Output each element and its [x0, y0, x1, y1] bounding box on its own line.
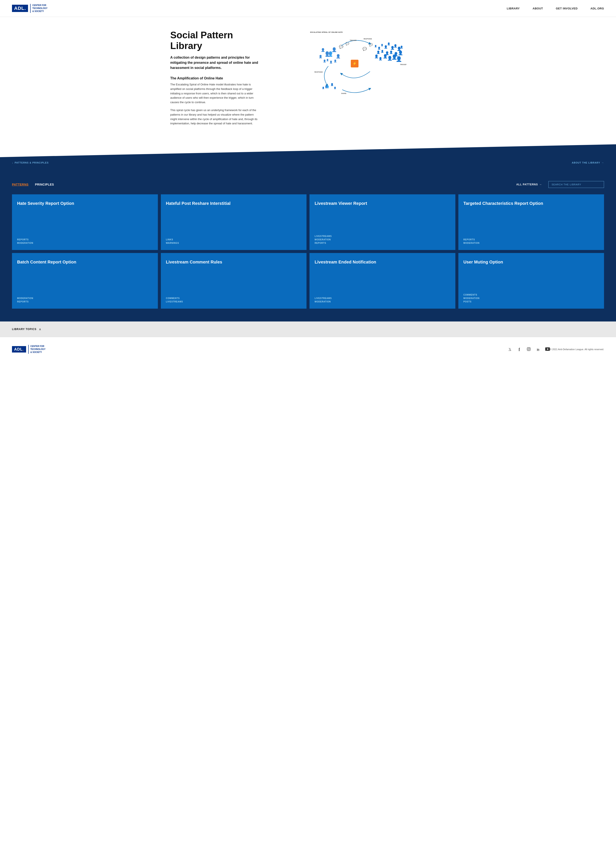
- hero-para1: The Escalating Spiral of Online Hate mod…: [170, 82, 260, 105]
- card-title: Livestream Viewer Report: [315, 201, 450, 228]
- svg-text:👤: 👤: [331, 47, 337, 52]
- library-topics-label: LIBRARY TOPICS: [12, 328, 37, 331]
- card-targeted-characteristics[interactable]: Targeted Characteristics Report Option R…: [458, 194, 604, 250]
- svg-text:RESPONSE: RESPONSE: [314, 71, 323, 73]
- card-hateful-reshare[interactable]: Hateful Post Reshare Interstitial LINKS …: [161, 194, 307, 250]
- card-tags: COMMENTS MODERATION POSTS: [463, 293, 599, 304]
- card-livestream-comment[interactable]: Livestream Comment Rules COMMENTS LIVEST…: [161, 253, 307, 309]
- hero-para2: This spiral cycle has given us an underl…: [170, 108, 260, 126]
- adl-logo-text: ADL.: [14, 6, 26, 11]
- card-title: User Muting Option: [463, 259, 599, 287]
- card-tag: REPORTS: [17, 238, 153, 241]
- svg-rect-47: [527, 347, 530, 351]
- svg-text:👤: 👤: [387, 42, 390, 46]
- card-batch-content[interactable]: Batch Content Report Option MODERATION R…: [12, 253, 158, 309]
- nav-adlorg[interactable]: ADL.ORG: [591, 7, 604, 10]
- tab-patterns[interactable]: PATTERNS: [12, 181, 28, 188]
- youtube-icon: [545, 347, 550, 351]
- patterns-header: PATTERNS PRINCIPLES ALL PATTERNS →: [12, 181, 604, 188]
- nav-links: LIBRARY ABOUT GET INVOLVED ADL.ORG: [507, 6, 604, 10]
- svg-text:👤: 👤: [326, 59, 329, 62]
- hero-subtitle: A collection of design patterns and prin…: [170, 55, 260, 71]
- card-title: Batch Content Report Option: [17, 259, 153, 290]
- card-title: Livestream Ended Notification: [315, 259, 450, 290]
- adl-logo-box: ADL.: [12, 5, 28, 12]
- right-arrow-icon: →: [601, 162, 604, 164]
- svg-text:👤: 👤: [377, 50, 380, 54]
- svg-text:👤: 👤: [336, 54, 341, 59]
- facebook-icon: f: [519, 347, 520, 352]
- card-tag: MODERATION: [315, 238, 450, 241]
- dark-section-wrapper: ↓ PATTERNS & PRINCIPLES ABOUT THE LIBRAR…: [0, 144, 616, 175]
- card-tag: REPORTS: [315, 241, 450, 245]
- cards-grid: Hate Severity Report Option REPORTS MODE…: [12, 194, 604, 309]
- card-tag: POSTS: [463, 300, 599, 304]
- svg-text:👤: 👤: [400, 46, 403, 48]
- card-tags: LIVESTREAMS MODERATION: [315, 297, 450, 304]
- logo-subtitle: CENTER FOR TECHNOLOGY & SOCIETY: [30, 4, 47, 13]
- card-hate-severity[interactable]: Hate Severity Report Option REPORTS MODE…: [12, 194, 158, 250]
- svg-text:👤: 👤: [322, 87, 325, 89]
- card-tag: LIVESTREAMS: [166, 300, 302, 304]
- instagram-link[interactable]: [527, 347, 531, 352]
- svg-text:👤: 👤: [384, 45, 388, 49]
- card-title: Targeted Characteristics Report Option: [463, 201, 599, 232]
- patterns-principles-link[interactable]: ↓ PATTERNS & PRINCIPLES: [12, 162, 48, 164]
- svg-text:TRIGGER: TRIGGER: [350, 40, 356, 41]
- card-tag: REPORTS: [463, 238, 599, 241]
- card-tags: LIVESTREAMS MODERATION REPORTS: [315, 235, 450, 245]
- svg-text:👤: 👤: [329, 60, 333, 63]
- hero-text: Social Pattern Library A collection of d…: [170, 30, 260, 129]
- svg-text:👤: 👤: [377, 46, 381, 50]
- svg-text:👤: 👤: [396, 56, 402, 62]
- card-tag: COMMENTS: [463, 293, 599, 297]
- hero-section-title: The Amplification of Online Hate: [170, 76, 260, 80]
- spiral-diagram: ESCALATING SPIRAL OF ONLINE HATE 👥 👤 👤 👤…: [308, 30, 406, 103]
- youtube-link[interactable]: [545, 347, 550, 352]
- hero-title: Social Pattern Library: [170, 30, 260, 51]
- svg-text:👤: 👤: [334, 59, 337, 63]
- tab-principles[interactable]: PRINCIPLES: [35, 181, 54, 188]
- svg-text:💬: 💬: [362, 47, 367, 51]
- card-title: Hate Severity Report Option: [17, 201, 153, 232]
- card-user-muting[interactable]: User Muting Option COMMENTS MODERATION P…: [458, 253, 604, 309]
- card-tags: REPORTS MODERATION: [463, 238, 599, 245]
- footer-copyright: © 2021 Anti-Defamation League. All right…: [550, 348, 604, 351]
- card-title: Hateful Post Reshare Interstitial: [166, 201, 302, 232]
- logo[interactable]: ADL. CENTER FOR TECHNOLOGY & SOCIETY: [12, 4, 47, 13]
- svg-text:👤: 👤: [374, 54, 378, 59]
- nav-about[interactable]: ABOUT: [532, 7, 543, 10]
- svg-text:👤: 👤: [334, 87, 336, 89]
- linkedin-link[interactable]: in: [536, 347, 541, 352]
- patterns-section: PATTERNS PRINCIPLES ALL PATTERNS → Hate …: [0, 175, 616, 322]
- card-livestream-ended[interactable]: Livestream Ended Notification LIVESTREAM…: [309, 253, 455, 309]
- svg-text:👤: 👤: [323, 59, 326, 63]
- nav-get-involved[interactable]: GET INVOLVED: [556, 7, 578, 10]
- all-patterns-link[interactable]: ALL PATTERNS →: [516, 183, 542, 186]
- svg-point-49: [529, 348, 530, 348]
- svg-text:👤: 👤: [389, 50, 393, 54]
- card-tag: MODERATION: [463, 241, 599, 245]
- footer-social: 𝕏 f in: [507, 347, 550, 352]
- svg-text:👤: 👤: [330, 83, 334, 86]
- search-input[interactable]: [549, 181, 604, 188]
- svg-text:⚡: ⚡: [352, 62, 357, 66]
- svg-text:👤: 👤: [381, 44, 383, 46]
- footer-logo[interactable]: ADL. CENTER FOR TECHNOLOGY & SOCIETY: [12, 345, 45, 354]
- card-tag: LIVESTREAMS: [315, 297, 450, 300]
- facebook-link[interactable]: f: [517, 347, 522, 352]
- instagram-icon: [527, 347, 531, 352]
- card-tags: MODERATION REPORTS: [17, 297, 153, 304]
- card-livestream-viewer[interactable]: Livestream Viewer Report LIVESTREAMS MOD…: [309, 194, 455, 250]
- svg-text:SHARE: SHARE: [341, 93, 346, 94]
- linkedin-icon: in: [537, 348, 540, 351]
- library-topics-bar[interactable]: LIBRARY TOPICS ∧: [0, 322, 616, 337]
- svg-text:👥: 👥: [325, 85, 329, 88]
- card-tag: MODERATION: [463, 297, 599, 300]
- svg-text:👤: 👤: [378, 57, 383, 60]
- about-library-link[interactable]: ABOUT THE LIBRARY →: [572, 162, 604, 164]
- footer-adl-logo: ADL.: [12, 346, 26, 353]
- twitter-link[interactable]: 𝕏: [507, 347, 512, 352]
- card-tag: WARNINGS: [166, 241, 302, 245]
- nav-library[interactable]: LIBRARY: [507, 7, 520, 10]
